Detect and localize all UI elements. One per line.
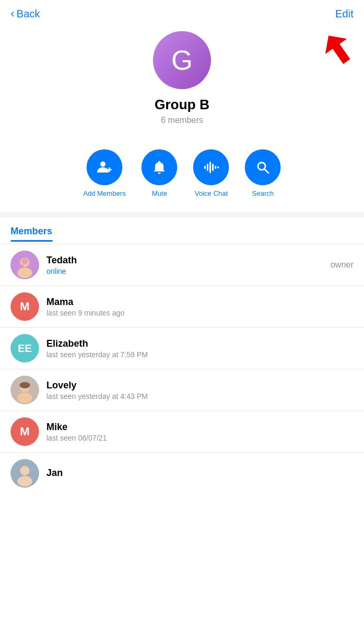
avatar bbox=[11, 376, 39, 404]
back-chevron-icon: ‹ bbox=[11, 7, 14, 21]
member-name: Mike bbox=[46, 422, 353, 433]
svg-rect-8 bbox=[215, 166, 216, 169]
member-count: 6 members bbox=[161, 116, 203, 125]
members-section: Members Tedath online owner M Mama la bbox=[0, 217, 364, 494]
back-button[interactable]: ‹ Back bbox=[11, 7, 40, 21]
search-label: Search bbox=[252, 189, 274, 197]
search-icon bbox=[254, 159, 271, 176]
svg-rect-7 bbox=[212, 164, 214, 171]
add-members-icon-circle bbox=[87, 149, 122, 185]
add-members-label: Add Members bbox=[83, 189, 126, 197]
member-status: last seen 06/07/21 bbox=[46, 434, 353, 442]
member-row[interactable]: M Mike last seen 06/07/21 bbox=[0, 411, 364, 453]
arrow-annotation bbox=[306, 30, 348, 72]
member-info: Jan bbox=[46, 468, 353, 480]
svg-point-16 bbox=[21, 264, 24, 266]
svg-point-23 bbox=[17, 476, 32, 487]
member-status: last seen yesterday at 4:43 PM bbox=[46, 392, 353, 401]
member-row[interactable]: Jan bbox=[0, 453, 364, 494]
members-underline bbox=[11, 240, 53, 242]
member-row[interactable]: EE Elizabeth last seen yesterday at 7:59… bbox=[0, 328, 364, 369]
member-name: Elizabeth bbox=[46, 338, 353, 349]
member-info: Mike last seen 06/07/21 bbox=[46, 422, 353, 442]
svg-line-11 bbox=[265, 169, 269, 174]
svg-point-22 bbox=[20, 466, 30, 475]
svg-point-19 bbox=[17, 393, 32, 403]
bell-icon bbox=[151, 159, 168, 176]
member-name: Jan bbox=[46, 468, 353, 479]
back-label: Back bbox=[16, 8, 40, 20]
members-title: Members bbox=[11, 226, 353, 237]
avatar: M bbox=[11, 417, 39, 446]
member-info: Mama last seen 9 minutes ago bbox=[46, 297, 353, 317]
member-info: Tedath online bbox=[46, 255, 330, 275]
svg-point-15 bbox=[22, 258, 28, 264]
add-members-action[interactable]: Add Members bbox=[83, 149, 126, 197]
search-icon-circle bbox=[245, 149, 281, 185]
svg-rect-9 bbox=[217, 166, 219, 168]
member-status: last seen 9 minutes ago bbox=[46, 309, 353, 317]
add-person-icon bbox=[96, 159, 113, 176]
avatar bbox=[11, 459, 39, 488]
member-row[interactable]: Lovely last seen yesterday at 4:43 PM bbox=[0, 369, 364, 411]
search-action[interactable]: Search bbox=[245, 149, 281, 197]
group-avatar: G bbox=[153, 31, 211, 89]
avatar-image bbox=[11, 459, 39, 488]
member-info: Elizabeth last seen yesterday at 7:59 PM bbox=[46, 338, 353, 359]
avatar-image bbox=[11, 376, 39, 404]
profile-section: G Group B 6 members bbox=[0, 26, 364, 140]
member-status: online bbox=[46, 267, 330, 275]
svg-rect-4 bbox=[204, 166, 206, 169]
waveform-icon bbox=[203, 159, 219, 176]
svg-marker-0 bbox=[318, 30, 353, 69]
member-row[interactable]: Tedath online owner bbox=[0, 244, 364, 286]
header: ‹ Back Edit bbox=[0, 0, 364, 26]
avatar: EE bbox=[11, 334, 39, 363]
member-name: Lovely bbox=[46, 380, 353, 391]
edit-button[interactable]: Edit bbox=[336, 8, 353, 20]
member-status: last seen yesterday at 7:59 PM bbox=[46, 350, 353, 359]
svg-point-20 bbox=[20, 382, 30, 388]
member-row[interactable]: M Mama last seen 9 minutes ago bbox=[0, 286, 364, 328]
voice-chat-icon-circle bbox=[193, 149, 229, 185]
svg-point-1 bbox=[100, 161, 106, 167]
voice-chat-action[interactable]: Voice Chat bbox=[193, 149, 229, 197]
avatar bbox=[11, 251, 39, 279]
group-name: Group B bbox=[155, 97, 209, 113]
member-info: Lovely last seen yesterday at 4:43 PM bbox=[46, 380, 353, 401]
avatar-image bbox=[11, 251, 39, 279]
avatar: M bbox=[11, 292, 39, 321]
mute-action[interactable]: Mute bbox=[141, 149, 177, 197]
avatar-letter: G bbox=[171, 44, 193, 76]
voice-chat-label: Voice Chat bbox=[195, 189, 228, 197]
actions-row: Add Members Mute Voice Chat bbox=[0, 140, 364, 212]
svg-point-14 bbox=[17, 268, 32, 278]
mute-icon-circle bbox=[141, 149, 177, 185]
member-name: Mama bbox=[46, 297, 353, 308]
svg-rect-6 bbox=[209, 161, 211, 173]
svg-rect-5 bbox=[207, 164, 208, 171]
section-divider bbox=[0, 212, 364, 217]
mute-label: Mute bbox=[152, 189, 167, 197]
members-header: Members bbox=[0, 217, 364, 244]
member-role: owner bbox=[330, 260, 353, 270]
svg-rect-3 bbox=[107, 169, 112, 170]
member-name: Tedath bbox=[46, 255, 330, 266]
